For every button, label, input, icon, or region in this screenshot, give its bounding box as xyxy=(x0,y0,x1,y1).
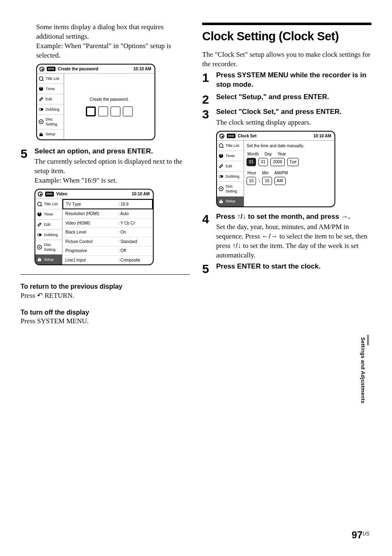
sidebar-item-label: Title List xyxy=(46,76,59,81)
return-heading: To return to the previous display xyxy=(21,282,190,291)
timer-icon xyxy=(37,211,42,217)
sidebar-item-dubbing[interactable]: Dubbing xyxy=(217,171,244,182)
sidebar-item-title-list[interactable]: Title List xyxy=(217,141,244,151)
sidebar-item-timer[interactable]: Timer xyxy=(37,84,64,94)
step-number: 3 xyxy=(202,107,216,120)
setting-key: Resolution (HDMI) xyxy=(63,209,116,218)
hour-value[interactable]: 10 xyxy=(247,177,256,185)
password-box[interactable] xyxy=(86,107,96,116)
left-right-arrow-icon: ←/→ xyxy=(262,232,278,240)
svg-point-5 xyxy=(41,108,43,111)
sidebar-item-edit[interactable]: Edit xyxy=(217,161,244,171)
table-row[interactable]: Line1 Input: Composite xyxy=(63,255,152,264)
setup-icon xyxy=(38,132,44,137)
right-arrow-icon: → xyxy=(341,213,348,220)
svg-rect-26 xyxy=(219,201,223,203)
disc-icon xyxy=(39,67,44,72)
sidebar-item-disc-setting[interactable]: Disc Setting xyxy=(217,182,244,196)
sidebar-item-label: Timer xyxy=(44,212,53,217)
password-prompt: Create the password. xyxy=(90,97,129,102)
setting-value: : 16:9 xyxy=(116,199,152,209)
minute-value[interactable]: 10 xyxy=(262,177,272,185)
disc-icon xyxy=(219,134,224,139)
svg-point-16 xyxy=(39,246,40,248)
sidebar-item-label: Disc Setting xyxy=(226,184,242,194)
up-down-arrow-icon: ↑/↓ xyxy=(237,213,246,220)
sidebar-item-dubbing[interactable]: Dubbing xyxy=(35,230,62,240)
year-value[interactable]: 2008 xyxy=(270,158,284,166)
sidebar-item-setup[interactable]: Setup xyxy=(37,130,64,139)
sidebar-item-label: Setup xyxy=(226,199,235,204)
sidebar-item-label: Timer xyxy=(226,153,235,158)
turnoff-body: Press SYSTEM MENU. xyxy=(21,317,190,326)
clock-set-msg: Set the time and date manually. xyxy=(247,143,332,149)
ampm-value[interactable]: AM xyxy=(274,177,286,185)
table-row[interactable]: Resolution (HDMI): Auto xyxy=(63,209,152,218)
svg-line-10 xyxy=(41,205,42,206)
sidebar-item-timer[interactable]: Timer xyxy=(35,209,62,220)
sidebar-item-setup[interactable]: Setup xyxy=(35,255,62,264)
time-label: Min xyxy=(262,170,269,176)
setting-key: Black Level xyxy=(63,228,116,237)
table-row[interactable]: Picture Control: Standard xyxy=(63,237,152,246)
password-box[interactable] xyxy=(111,107,120,116)
sidebar-item-timer[interactable]: Timer xyxy=(217,151,244,161)
sidebar-item-dubbing[interactable]: Dubbing xyxy=(37,104,64,115)
sidebar-item-disc-setting[interactable]: Disc Setting xyxy=(35,240,62,255)
time-label: AM/PM xyxy=(274,170,288,176)
osd-create-password: DVD Create the password 10:10 AM Title L… xyxy=(36,64,155,140)
svg-rect-3 xyxy=(41,87,42,88)
table-row[interactable]: TV Type: 16:9 xyxy=(63,199,152,209)
osd-title: Create the password xyxy=(58,66,98,72)
edit-icon xyxy=(218,163,224,169)
up-down-arrow-icon: ↑/↓ xyxy=(232,242,241,250)
side-tab: Settings and Adjustments xyxy=(359,337,367,419)
turnoff-heading: To turn off the display xyxy=(21,308,190,317)
setting-value: : Off xyxy=(116,246,152,256)
osd-video-settings: DVD Video 10:10 AM Title List Timer Edit… xyxy=(35,189,154,265)
sidebar-item-label: Dubbing xyxy=(46,107,60,112)
osd-title: Clock Set xyxy=(238,133,257,139)
svg-rect-21 xyxy=(221,154,221,155)
sidebar-item-title-list[interactable]: Title List xyxy=(35,199,62,209)
dubbing-icon xyxy=(37,232,42,238)
password-box[interactable] xyxy=(98,107,108,116)
sidebar-item-label: Title List xyxy=(226,143,239,148)
svg-point-25 xyxy=(221,188,222,190)
osd-title: Video xyxy=(56,191,67,197)
step-number: 1 xyxy=(202,71,216,84)
step-title: Select "Setup," and press ENTER. xyxy=(216,93,371,102)
month-value[interactable]: 01 xyxy=(247,158,256,166)
svg-point-23 xyxy=(221,175,223,178)
sidebar-item-disc-setting[interactable]: Disc Setting xyxy=(37,115,64,129)
date-label: Year xyxy=(278,151,286,157)
table-row[interactable]: Progressive: Off xyxy=(63,246,152,256)
time-label: Hour xyxy=(247,170,256,176)
setting-key: Line1 Input xyxy=(63,255,116,264)
disc-setting-icon xyxy=(218,186,224,192)
sidebar-item-title-list[interactable]: Title List xyxy=(37,74,64,84)
step-number: 5 xyxy=(202,262,216,275)
table-row[interactable]: Black Level: On xyxy=(63,228,152,237)
dvd-badge: DVD xyxy=(227,134,235,138)
sidebar-item-edit[interactable]: Edit xyxy=(35,220,62,230)
sidebar-item-setup[interactable]: Setup xyxy=(217,197,244,206)
password-box[interactable] xyxy=(123,107,133,116)
setting-key: Progressive xyxy=(63,246,116,256)
password-boxes[interactable] xyxy=(86,107,133,116)
table-row[interactable]: Video (HDMI): Y Cb Cr xyxy=(63,218,152,228)
dubbing-icon xyxy=(38,107,44,112)
divider xyxy=(21,274,190,275)
colon: : xyxy=(258,178,260,184)
setup-icon xyxy=(37,257,42,262)
return-body: Press ↶ RETURN. xyxy=(21,291,190,301)
edit-icon xyxy=(38,96,44,102)
sidebar-item-edit[interactable]: Edit xyxy=(37,94,64,104)
osd-time: 10:10 AM xyxy=(131,191,150,197)
disc-setting-icon xyxy=(37,244,42,250)
setting-value: : On xyxy=(116,228,152,237)
step-body-text: Example: When "16:9" is set. xyxy=(35,176,190,185)
sidebar-item-label: Dubbing xyxy=(226,174,240,179)
day-value[interactable]: 01 xyxy=(258,158,268,166)
step-title: Press SYSTEM MENU while the recorder is … xyxy=(216,71,371,90)
